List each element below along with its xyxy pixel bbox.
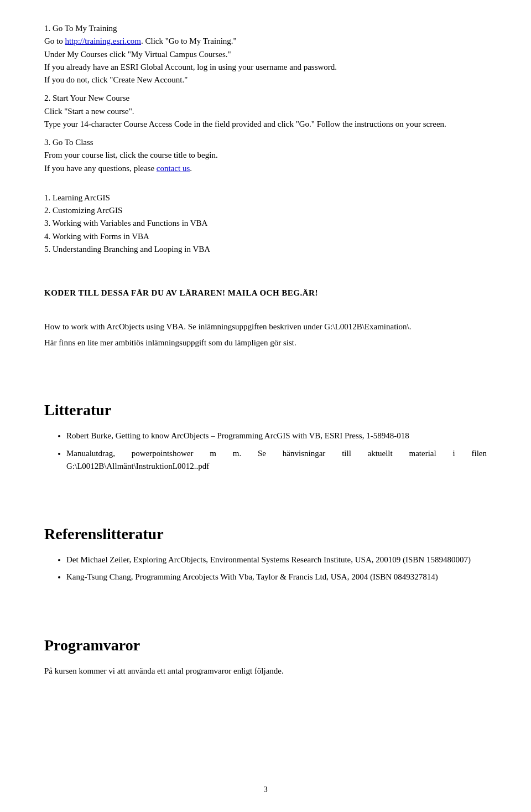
koder-section: KODER TILL DESSA FÅR DU AV LÄRAREN! MAIL… bbox=[44, 287, 487, 299]
how-to-section: How to work with ArcObjects using VBA. S… bbox=[44, 320, 487, 349]
litteratur-section: Litteratur Robert Burke, Getting to know… bbox=[44, 399, 487, 473]
step-2-title: 2. Start Your New Course bbox=[44, 92, 487, 105]
course-list-item-3: 3. Working with Variables and Functions … bbox=[44, 217, 487, 230]
how-to-line1: How to work with ArcObjects using VBA. S… bbox=[44, 320, 487, 333]
programvaror-text: På kursen kommer vi att använda ett anta… bbox=[44, 665, 487, 677]
course-list-item-1: 1. Learning ArcGIS bbox=[44, 192, 487, 204]
spacer-large-2 bbox=[44, 483, 487, 503]
referenslitteratur-heading: Referenslitteratur bbox=[44, 523, 487, 546]
contact-us-link[interactable]: contact us bbox=[157, 164, 190, 173]
spacer-large-1 bbox=[44, 359, 487, 379]
referenslitteratur-section: Referenslitteratur Det Michael Zeiler, E… bbox=[44, 523, 487, 584]
goto-prefix: Go to bbox=[44, 37, 65, 45]
list-item: Kang-Tsung Chang, Programming Arcobjects… bbox=[66, 571, 487, 583]
litteratur-heading: Litteratur bbox=[44, 399, 487, 422]
how-to-line2: Här finns en lite mer ambitiös inlämning… bbox=[44, 337, 487, 349]
referenslitteratur-list: Det Michael Zeiler, Exploring ArcObjects… bbox=[66, 554, 487, 584]
contact-suffix: . bbox=[190, 164, 192, 173]
spacer-1 bbox=[44, 180, 487, 192]
course-list-item-2: 2. Customizing ArcGIS bbox=[44, 204, 487, 217]
step-3-title: 3. Go To Class bbox=[44, 136, 487, 149]
step-1-line1: Go to http://training.esri.com. Click "G… bbox=[44, 35, 487, 48]
step-2-line2: Type your 14-character Course Access Cod… bbox=[44, 118, 487, 131]
koder-text: KODER TILL DESSA FÅR DU AV LÄRAREN! MAIL… bbox=[44, 287, 487, 299]
course-list-item-4: 4. Working with Forms in VBA bbox=[44, 230, 487, 243]
spacer-3 bbox=[44, 309, 487, 320]
step-3-line2: If you have any questions, please contac… bbox=[44, 162, 487, 175]
programvaror-heading: Programvaror bbox=[44, 634, 487, 657]
course-list-section: 1. Learning ArcGIS 2. Customizing ArcGIS… bbox=[44, 192, 487, 256]
litteratur-list: Robert Burke, Getting to know ArcObjects… bbox=[66, 430, 487, 473]
programvaror-section: Programvaror På kursen kommer vi att anv… bbox=[44, 634, 487, 677]
step-1-line3: If you already have an ESRI Global Accou… bbox=[44, 61, 487, 74]
page: 1. Go To My Training Go to http://traini… bbox=[0, 0, 531, 812]
page-number: 3 bbox=[263, 783, 268, 796]
step-1-section: 1. Go To My Training Go to http://traini… bbox=[44, 22, 487, 86]
list-item: Manualutdrag, powerpointshower m m. Se h… bbox=[66, 447, 487, 473]
goto-suffix: . Click "Go to My Training." bbox=[141, 37, 237, 45]
step-2-line1: Click "Start a new course". bbox=[44, 105, 487, 118]
step-3-line1: From your course list, click the course … bbox=[44, 149, 487, 162]
step-2-section: 2. Start Your New Course Click "Start a … bbox=[44, 92, 487, 131]
esri-training-link[interactable]: http://training.esri.com bbox=[65, 37, 141, 45]
step-3-section: 3. Go To Class From your course list, cl… bbox=[44, 136, 487, 175]
step-1-title: 1. Go To My Training bbox=[44, 22, 487, 35]
step-1-line2: Under My Courses click "My Virtual Campu… bbox=[44, 48, 487, 61]
contact-prefix: If you have any questions, please bbox=[44, 164, 157, 173]
spacer-large-3 bbox=[44, 594, 487, 614]
spacer-2 bbox=[44, 266, 487, 277]
course-list-item-5: 5. Understanding Branching and Looping i… bbox=[44, 243, 487, 256]
list-item: Robert Burke, Getting to know ArcObjects… bbox=[66, 430, 487, 442]
list-item: Det Michael Zeiler, Exploring ArcObjects… bbox=[66, 554, 487, 566]
step-1-line4: If you do not, click "Create New Account… bbox=[44, 74, 487, 86]
